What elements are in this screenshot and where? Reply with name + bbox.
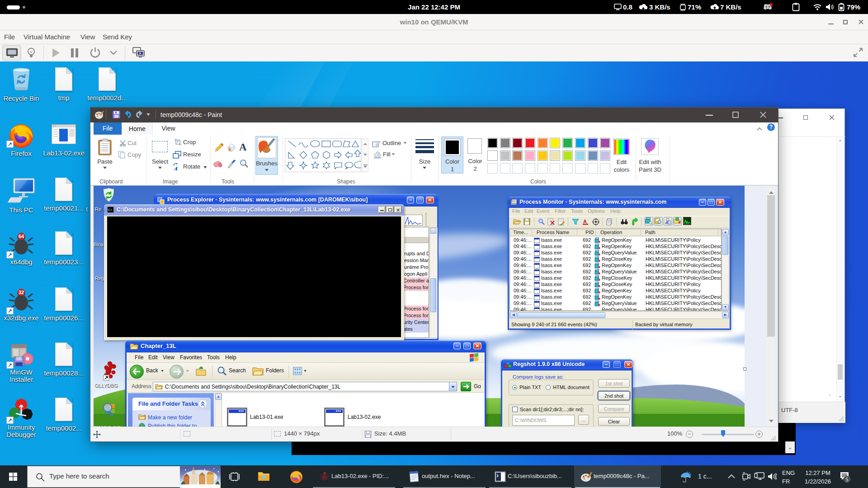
svg-text:A: A (583, 219, 587, 224)
svg-text:32: 32 (19, 290, 24, 295)
svg-text:.DR: .DR (19, 345, 24, 348)
svg-text:64: 64 (19, 234, 24, 239)
svg-text:32: 32 (323, 472, 326, 474)
